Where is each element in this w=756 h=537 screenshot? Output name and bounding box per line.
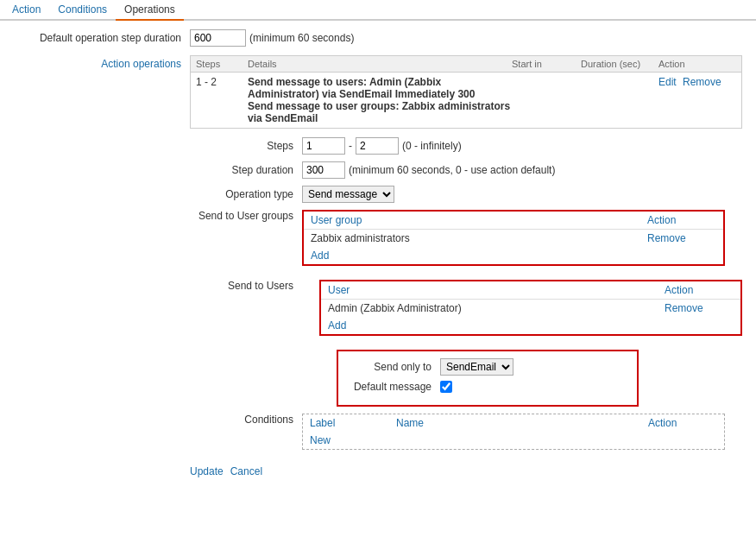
row-details-line2: Send message to user groups: Zabbix admi… bbox=[248, 100, 510, 124]
list-item: Admin (Zabbix Administrator) Remove bbox=[321, 300, 740, 317]
steps-hint: (0 - infinitely) bbox=[402, 140, 462, 152]
col-user-group: User group bbox=[311, 214, 647, 226]
steps-label: Steps bbox=[190, 140, 302, 152]
user-group-remove-link[interactable]: Remove bbox=[647, 232, 686, 244]
steps-from-input[interactable] bbox=[302, 137, 345, 155]
col-user-action: Action bbox=[665, 284, 734, 296]
col-user: User bbox=[328, 284, 665, 296]
send-only-to-select[interactable]: SendEmail bbox=[440, 358, 513, 376]
default-duration-hint: (minimum 60 seconds) bbox=[249, 32, 354, 44]
user-groups-header: User group Action bbox=[304, 212, 723, 230]
send-to-user-groups-row: Send to User groups User group Action Za… bbox=[190, 210, 742, 273]
row-edit-link[interactable]: Edit bbox=[658, 76, 677, 88]
row-details-line1: Send message to users: Admin (Zabbix Adm… bbox=[248, 76, 475, 100]
users-table: User Action Admin (Zabbix Administrator)… bbox=[319, 280, 742, 336]
col-header-details: Details bbox=[248, 59, 512, 69]
user-group-name: Zabbix administrators bbox=[311, 232, 647, 244]
step-duration-hint: (minimum 60 seconds, 0 - use action defa… bbox=[349, 164, 555, 176]
row-action-links: Edit Remove bbox=[658, 76, 736, 88]
user-name: Admin (Zabbix Administrator) bbox=[328, 302, 665, 314]
operation-details-section: Steps - (0 - infinitely) Step duration (… bbox=[190, 137, 742, 450]
steps-row: Steps - (0 - infinitely) bbox=[190, 137, 742, 155]
col-header-action: Action bbox=[658, 59, 736, 69]
default-duration-label: Default operation step duration bbox=[17, 29, 190, 47]
user-action: Remove bbox=[665, 302, 734, 314]
step-duration-input[interactable] bbox=[302, 161, 345, 179]
action-operations-content: Steps Details Start in Duration (sec) Ac… bbox=[190, 55, 742, 457]
steps-dash: - bbox=[349, 140, 352, 152]
user-remove-link[interactable]: Remove bbox=[665, 302, 703, 314]
conditions-content: Label Name Action New bbox=[302, 414, 725, 450]
tab-action[interactable]: Action bbox=[3, 0, 49, 21]
conditions-table: Label Name Action New bbox=[302, 414, 725, 450]
col-header-duration: Duration (sec) bbox=[581, 59, 658, 69]
tab-conditions[interactable]: Conditions bbox=[49, 0, 116, 21]
default-message-row: Default message bbox=[345, 381, 630, 393]
operations-table: Steps Details Start in Duration (sec) Ac… bbox=[190, 55, 742, 129]
operation-type-row: Operation type Send message bbox=[190, 186, 742, 203]
send-to-users-row: Send to Users User Action Admin (Zabbix … bbox=[190, 280, 742, 343]
default-message-checkbox[interactable] bbox=[440, 381, 452, 393]
default-duration-input[interactable] bbox=[190, 29, 246, 47]
users-add-link[interactable]: Add bbox=[328, 319, 346, 332]
bottom-buttons: Update Cancel bbox=[190, 465, 739, 477]
operation-type-select[interactable]: Send message bbox=[302, 186, 394, 203]
row-details: Send message to users: Admin (Zabbix Adm… bbox=[248, 76, 512, 124]
step-duration-value: (minimum 60 seconds, 0 - use action defa… bbox=[302, 161, 555, 179]
conditions-new-link[interactable]: New bbox=[310, 434, 331, 446]
operation-type-value: Send message bbox=[302, 186, 394, 203]
send-only-to-box: Send only to SendEmail Default message bbox=[337, 350, 639, 407]
send-only-to-row: Send only to SendEmail bbox=[345, 358, 630, 376]
col-conditions-action: Action bbox=[648, 417, 717, 429]
user-groups-add-link[interactable]: Add bbox=[311, 250, 329, 262]
send-to-user-groups-label: Send to User groups bbox=[190, 210, 302, 222]
conditions-add: New bbox=[303, 432, 724, 449]
col-conditions-label: Label bbox=[310, 417, 396, 429]
tab-operations[interactable]: Operations bbox=[116, 0, 184, 21]
col-header-startin: Start in bbox=[512, 59, 581, 69]
operations-table-header: Steps Details Start in Duration (sec) Ac… bbox=[191, 56, 741, 73]
step-duration-row: Step duration (minimum 60 seconds, 0 - u… bbox=[190, 161, 742, 179]
send-only-to-label: Send only to bbox=[345, 361, 440, 373]
conditions-label: Conditions bbox=[190, 414, 302, 426]
row-remove-link[interactable]: Remove bbox=[683, 76, 721, 88]
send-to-users-content: User Action Admin (Zabbix Administrator)… bbox=[302, 280, 742, 343]
user-groups-table: User group Action Zabbix administrators … bbox=[302, 210, 725, 266]
action-operations-label: Action operations bbox=[17, 55, 190, 73]
main-content: Default operation step duration (minimum… bbox=[0, 21, 756, 486]
user-groups-add: Add bbox=[304, 247, 723, 264]
row-steps: 1 - 2 bbox=[196, 76, 248, 88]
col-user-group-action: Action bbox=[647, 214, 716, 226]
send-to-user-groups-content: User group Action Zabbix administrators … bbox=[302, 210, 725, 273]
operation-type-label: Operation type bbox=[190, 188, 302, 200]
users-header: User Action bbox=[321, 281, 740, 300]
default-duration-value: (minimum 60 seconds) bbox=[190, 29, 354, 47]
send-only-to-section: Send only to SendEmail Default message bbox=[319, 350, 742, 407]
steps-to-input[interactable] bbox=[356, 137, 399, 155]
default-message-label: Default message bbox=[345, 381, 440, 393]
steps-value: - (0 - infinitely) bbox=[302, 137, 462, 155]
action-operations-row: Action operations Steps Details Start in… bbox=[17, 55, 739, 457]
conditions-header: Label Name Action bbox=[303, 414, 724, 432]
update-button[interactable]: Update bbox=[190, 465, 224, 477]
send-to-users-label: Send to Users bbox=[190, 280, 302, 292]
tab-bar: Action Conditions Operations bbox=[0, 0, 756, 21]
default-duration-row: Default operation step duration (minimum… bbox=[17, 29, 739, 47]
cancel-button[interactable]: Cancel bbox=[230, 465, 262, 477]
col-conditions-name: Name bbox=[396, 417, 648, 429]
user-group-action: Remove bbox=[647, 232, 716, 244]
step-duration-label: Step duration bbox=[190, 164, 302, 176]
list-item: Zabbix administrators Remove bbox=[304, 230, 723, 247]
col-header-steps: Steps bbox=[196, 59, 248, 69]
table-row: 1 - 2 Send message to users: Admin (Zabb… bbox=[191, 73, 741, 128]
conditions-row: Conditions Label Name Action New bbox=[190, 414, 742, 450]
users-add: Add bbox=[321, 317, 740, 334]
